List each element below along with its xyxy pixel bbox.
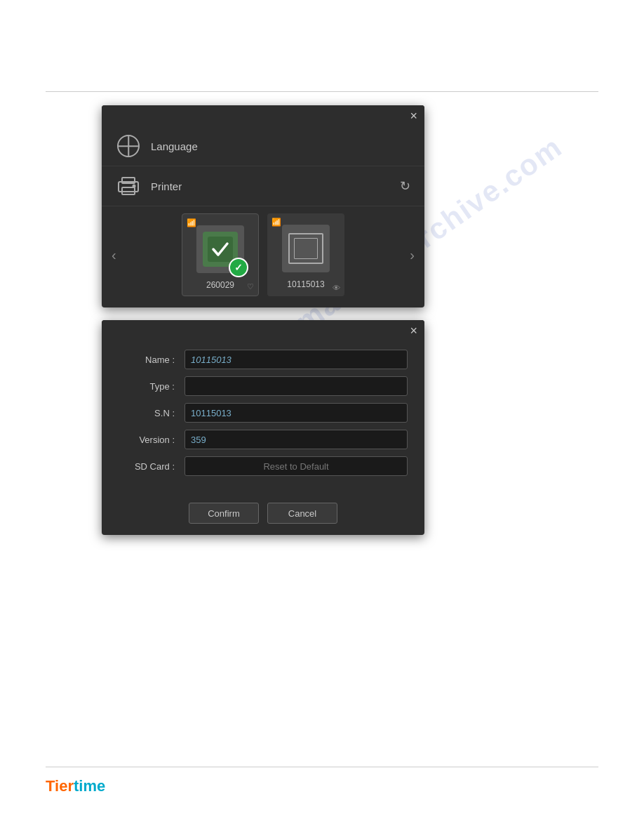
card-label-260029: 260029 xyxy=(206,280,234,290)
svg-point-3 xyxy=(133,185,135,187)
dialogs-container: × Language Printer ↻ ‹ xyxy=(102,105,424,535)
top-divider xyxy=(46,91,598,92)
name-label: Name : xyxy=(119,355,175,365)
svg-rect-4 xyxy=(208,237,233,262)
type-label: Type : xyxy=(119,381,175,392)
printer-cards-area: ‹ 📶 ✓ xyxy=(102,206,424,307)
confirm-button[interactable]: Confirm xyxy=(189,503,259,524)
logo-tier: Tier xyxy=(46,777,74,795)
version-row: Version : xyxy=(119,430,408,449)
nav-left-button[interactable]: ‹ xyxy=(107,244,121,266)
details-dialog-close-button[interactable]: × xyxy=(410,324,417,337)
check-circle-260029: ✓ xyxy=(230,259,247,276)
sdcard-row: SD Card : Reset to Default xyxy=(119,456,408,476)
version-label: Version : xyxy=(119,435,175,445)
cancel-button[interactable]: Cancel xyxy=(267,503,337,524)
refresh-button[interactable]: ↻ xyxy=(400,178,410,194)
wifi-icon-10115013: 📶 xyxy=(271,218,281,227)
reset-to-default-button[interactable]: Reset to Default xyxy=(185,456,408,476)
type-row: Type : xyxy=(119,376,408,396)
version-input[interactable] xyxy=(185,430,408,449)
printer-row: Printer ↻ xyxy=(102,166,424,206)
printer-row-icon xyxy=(117,176,140,196)
details-body: Name : Type : S.N : Version : SD Card : xyxy=(102,341,424,497)
printer-dialog-close-button[interactable]: × xyxy=(410,110,417,122)
printer-cards-list: 📶 ✓ ♡ 260029 xyxy=(121,213,406,296)
card-icon-area-260029: ✓ xyxy=(196,225,244,273)
globe-icon xyxy=(117,135,140,157)
language-row: Language xyxy=(102,126,424,166)
bottom-divider xyxy=(46,767,598,767)
heart-icon-260029: ♡ xyxy=(247,282,254,291)
sn-input[interactable] xyxy=(185,403,408,423)
type-input[interactable] xyxy=(185,376,408,396)
card-label-10115013: 10115013 xyxy=(287,279,324,289)
printer-dialog-titlebar: × xyxy=(102,105,424,126)
printer-row-label: Printer xyxy=(151,180,400,192)
printer-icon-container xyxy=(116,173,141,199)
check-overlay-260029: ✓ xyxy=(229,258,248,277)
logo-time: time xyxy=(74,777,105,795)
card-icon-area-10115013 xyxy=(282,225,330,272)
name-row: Name : xyxy=(119,350,408,369)
nav-right-button[interactable]: › xyxy=(405,244,419,266)
language-icon-container xyxy=(116,133,141,159)
eye-icon-10115013: 👁 xyxy=(333,284,340,292)
name-input[interactable] xyxy=(185,350,408,369)
sn-row: S.N : xyxy=(119,403,408,423)
printer-card-10115013[interactable]: 📶 👁 10115013 xyxy=(267,213,344,296)
printer-card-260029[interactable]: 📶 ✓ ♡ 260029 xyxy=(182,213,259,296)
details-dialog-titlebar: × xyxy=(102,320,424,341)
wifi-icon-260029: 📶 xyxy=(187,218,196,227)
sn-label: S.N : xyxy=(119,408,175,418)
language-label: Language xyxy=(151,140,410,152)
printer-box-icon-10115013 xyxy=(288,233,323,264)
tiertime-logo: Tiertime xyxy=(46,777,105,795)
dialog-footer: Confirm Cancel xyxy=(102,497,424,535)
printer-selection-dialog: × Language Printer ↻ ‹ xyxy=(102,105,424,307)
printer-details-dialog: × Name : Type : S.N : Version : xyxy=(102,320,424,535)
sdcard-label: SD Card : xyxy=(119,461,175,472)
